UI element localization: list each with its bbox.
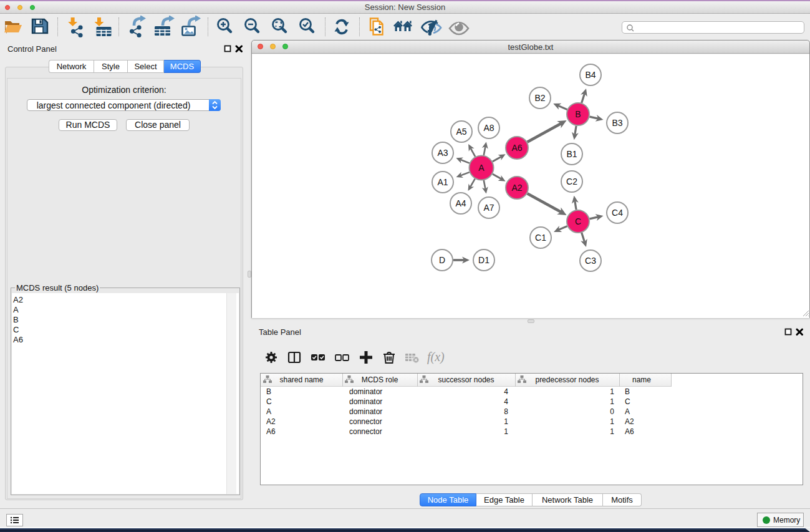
svg-text:C2: C2 <box>566 177 577 186</box>
svg-text:C: C <box>575 216 581 226</box>
svg-text:B4: B4 <box>585 70 595 80</box>
svg-text:D: D <box>439 255 445 265</box>
svg-text:C3: C3 <box>585 256 596 266</box>
svg-text:A1: A1 <box>437 177 448 187</box>
svg-text:B3: B3 <box>612 118 622 128</box>
svg-text:B: B <box>575 109 581 119</box>
svg-text:B2: B2 <box>534 93 545 103</box>
svg-text:B1: B1 <box>566 149 577 159</box>
svg-text:A4: A4 <box>455 198 466 208</box>
svg-text:A: A <box>478 163 485 173</box>
svg-text:A8: A8 <box>483 123 494 133</box>
svg-text:C4: C4 <box>612 208 623 218</box>
svg-text:A7: A7 <box>483 203 494 213</box>
svg-text:A6: A6 <box>511 143 522 153</box>
svg-text:D1: D1 <box>478 255 489 265</box>
svg-text:A2: A2 <box>511 183 522 193</box>
svg-text:C1: C1 <box>535 233 546 243</box>
svg-text:A3: A3 <box>437 148 448 158</box>
svg-text:A5: A5 <box>456 127 466 137</box>
